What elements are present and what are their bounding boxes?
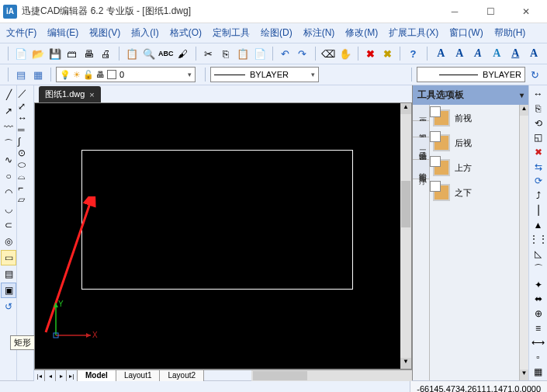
copy-icon[interactable]: ⎘ xyxy=(218,46,234,61)
tab-prev-icon[interactable]: ◂ xyxy=(45,370,56,381)
scale-icon[interactable]: ◱ xyxy=(531,132,546,144)
array-icon[interactable]: ⋮⋮ xyxy=(531,234,546,245)
textstyle-underline-icon[interactable]: A xyxy=(507,46,524,61)
palette-item[interactable]: 前视 xyxy=(433,109,516,127)
print-icon[interactable]: 🖶 xyxy=(81,46,97,61)
lineweight-settings-icon[interactable]: ↻ xyxy=(527,67,542,82)
layout-tab-1[interactable]: Layout1 xyxy=(116,370,161,381)
region-tool-icon[interactable]: ▣ xyxy=(1,283,16,298)
drawing-canvas[interactable]: X Y ▲ ▼ xyxy=(34,102,412,369)
grips-icon[interactable]: ▫ xyxy=(531,352,546,363)
revcloud-icon[interactable]: ↺ xyxy=(1,299,16,314)
break-icon[interactable]: ⎮ xyxy=(531,205,546,217)
xline-icon[interactable]: ↔ xyxy=(18,113,33,123)
spellcheck-icon[interactable]: ABC xyxy=(158,46,174,61)
pline-icon[interactable]: ⌐ xyxy=(18,182,33,193)
menu-modify[interactable]: 修改(M) xyxy=(345,25,378,41)
mline-icon[interactable]: ═ xyxy=(18,124,33,135)
toolbar-grip[interactable] xyxy=(205,68,206,82)
scroll-up-icon[interactable]: ▲ xyxy=(400,103,411,114)
circle2-icon[interactable]: ⊙ xyxy=(18,147,33,158)
construction-line-icon[interactable]: ↗ xyxy=(1,103,16,119)
toolbar-grip[interactable] xyxy=(427,47,428,61)
join-icon[interactable]: ⊕ xyxy=(531,308,546,320)
hatch-icon[interactable]: ▤ xyxy=(1,266,16,282)
palette-menu-icon[interactable]: ▾ xyxy=(520,91,524,99)
move-icon[interactable]: ↔ xyxy=(531,88,546,100)
textstyle-a2-icon[interactable]: A xyxy=(451,46,468,61)
arc2-icon[interactable]: ◠ xyxy=(1,185,16,200)
offset-icon[interactable]: ⇆ xyxy=(531,161,546,172)
palette-tab-view[interactable]: 视图 xyxy=(413,121,429,137)
redo-icon[interactable]: ↷ xyxy=(295,46,310,61)
menu-edit[interactable]: 编辑(E) xyxy=(47,25,78,41)
mirror2-icon[interactable]: ▲ xyxy=(531,219,546,231)
purge-icon[interactable]: ✖ xyxy=(379,46,395,61)
chamfer-icon[interactable]: ◺ xyxy=(531,248,546,260)
arc-icon[interactable]: ⌒ xyxy=(1,136,16,151)
ellipse-icon[interactable]: ⬭ xyxy=(18,159,33,170)
rotate-icon[interactable]: ⟲ xyxy=(531,117,546,129)
donut-icon[interactable]: ◎ xyxy=(1,234,16,249)
palette-header[interactable]: 工具选项板 ▾ xyxy=(413,85,528,105)
textstyle-a6-icon[interactable]: A xyxy=(525,46,542,61)
tab-close-icon[interactable]: × xyxy=(89,90,94,99)
menu-draw[interactable]: 绘图(D) xyxy=(261,25,293,41)
clipboard-icon[interactable]: 📄 xyxy=(252,46,268,61)
mirror-icon[interactable]: ✖ xyxy=(531,147,546,158)
menu-window[interactable]: 窗口(W) xyxy=(449,25,483,41)
ray-icon[interactable]: ⤢ xyxy=(18,101,33,112)
minimize-button[interactable]: ─ xyxy=(437,0,473,23)
trim-icon[interactable]: ⟳ xyxy=(531,175,546,187)
stretch-icon[interactable]: ⬌ xyxy=(531,293,546,305)
menu-insert[interactable]: 插入(I) xyxy=(131,25,158,41)
hscroll-thumb[interactable] xyxy=(253,371,307,380)
scroll-down-icon[interactable]: ▼ xyxy=(400,358,411,369)
open-icon[interactable]: 📂 xyxy=(30,46,46,61)
explode-icon[interactable]: ✦ xyxy=(531,279,546,290)
spline2-icon[interactable]: ∫ xyxy=(18,136,33,147)
circle-icon[interactable]: ○ xyxy=(1,168,16,184)
lengthen-icon[interactable]: ⟷ xyxy=(531,337,546,349)
erase-icon[interactable]: ⌫ xyxy=(320,46,336,61)
menu-format[interactable]: 格式(O) xyxy=(170,25,202,41)
canvas-vscroll[interactable]: ▲ ▼ xyxy=(400,103,411,369)
toolbar-grip[interactable] xyxy=(411,68,412,82)
arc4-icon[interactable]: ⌓ xyxy=(18,171,33,182)
delete-x-icon[interactable]: ✖ xyxy=(363,46,379,61)
copy-modify-icon[interactable]: ⎘ xyxy=(531,103,546,115)
maximize-button[interactable]: ☐ xyxy=(473,0,508,23)
undo-icon[interactable]: ↶ xyxy=(278,46,293,61)
tab-last-icon[interactable]: ▸| xyxy=(67,370,78,381)
paste-icon[interactable]: 📋 xyxy=(235,46,251,61)
palette-tab-3dorbit[interactable]: 三维动态观察 xyxy=(413,137,429,160)
palette-tab-draworder[interactable]: 绘图顺序 xyxy=(413,160,429,179)
help-icon[interactable]: ? xyxy=(405,46,421,61)
find-icon[interactable]: 🔍 xyxy=(141,46,157,61)
printpreview-icon[interactable]: 🖨 xyxy=(99,46,114,61)
line2-icon[interactable]: ／ xyxy=(18,87,33,100)
save-icon[interactable]: 💾 xyxy=(47,46,63,61)
toolbar-grip[interactable] xyxy=(8,68,9,82)
align-icon[interactable]: ≡ xyxy=(531,322,546,334)
palette-item[interactable]: 之下 xyxy=(433,184,516,201)
scroll-down-icon[interactable]: ▼ xyxy=(520,369,528,380)
layerstates-icon[interactable]: ▦ xyxy=(30,67,46,82)
boundary-icon[interactable]: ▱ xyxy=(18,194,33,205)
new-icon[interactable]: 📄 xyxy=(13,46,29,61)
linetype-dropdown[interactable]: BYLAYER ▾ xyxy=(210,67,319,82)
polyline-icon[interactable]: 〰 xyxy=(1,120,16,135)
vscroll-thumb[interactable] xyxy=(401,181,410,227)
rectangle-tool-icon[interactable]: ▭ xyxy=(1,250,16,265)
tab-first-icon[interactable]: |◂ xyxy=(34,370,45,381)
pan-icon[interactable]: ✋ xyxy=(338,46,353,61)
plot-icon[interactable]: 📋 xyxy=(124,46,140,61)
ellipse-arc-icon[interactable]: ⊂ xyxy=(1,217,16,233)
extend-icon[interactable]: ⤴ xyxy=(531,190,546,202)
palette-tab-frame[interactable]: 画幅 xyxy=(413,105,429,121)
matchprop-icon[interactable]: 🖌 xyxy=(175,46,191,61)
cut-icon[interactable]: ✂ xyxy=(201,46,216,61)
line-tool-icon[interactable]: ╱ xyxy=(1,87,16,102)
layout-tab-2[interactable]: Layout2 xyxy=(160,370,204,381)
tab-next-icon[interactable]: ▸ xyxy=(56,370,67,381)
